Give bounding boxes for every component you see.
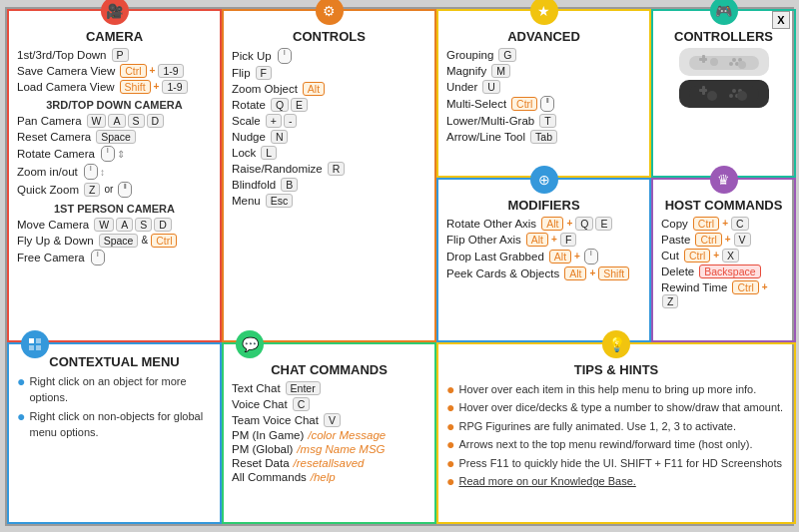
advanced-arrow: Arrow/Line Tool Tab (446, 130, 641, 144)
controls-pickup: Pick Up (232, 48, 426, 64)
camera-item-load: Load Camera View Shift+1-9 (17, 80, 212, 94)
chat-panel: 💬 CHAT COMMANDS Text Chat Enter Voice Ch… (222, 342, 436, 524)
controls-title: CONTROLS (232, 29, 426, 44)
advanced-panel: ★ ADVANCED Grouping G Magnify M Under U … (436, 9, 651, 178)
scroll-arrows-icon: ⇕ (117, 148, 129, 160)
chat-voice: Voice Chat C (232, 397, 426, 411)
camera-item-reset: Reset Camera Space (17, 130, 212, 144)
chat-pm-global: PM (Global) /msg Name MSG (232, 443, 426, 455)
svg-point-14 (732, 89, 736, 93)
svg-rect-2 (689, 56, 759, 70)
host-copy: Copy Ctrl+C (661, 217, 786, 231)
contextual-title: CONTEXTUAL MENU (17, 354, 212, 369)
modifiers-panel: ⊕ MODIFIERS Rotate Other Axis Alt+QE Fli… (436, 178, 651, 342)
tips-item-2: ● Hover over dice/decks & type a number … (446, 399, 786, 416)
controls-rotate: Rotate QE (232, 98, 426, 112)
drop-mouse-icon (584, 249, 598, 265)
advanced-magnify: Magnify M (446, 64, 641, 78)
close-button[interactable]: X (772, 11, 790, 29)
camera-item-zoom: Zoom in/out ↕ (17, 164, 212, 180)
camera-panel: 🎥 CAMERA 1st/3rd/Top Down P Save Camera … (7, 9, 222, 342)
camera-item-fly: Fly Up & Down Space & Ctrl (17, 234, 212, 248)
contextual-item-1: ● Right click on an object for more opti… (17, 373, 212, 406)
host-title: HOST COMMANDS (661, 198, 786, 213)
mouse-icon-3 (91, 250, 105, 266)
camera-title: CAMERA (17, 29, 212, 44)
multiselect-mouse-icon (540, 96, 554, 112)
host-rewind: Rewind Time Ctrl+Z (661, 280, 786, 308)
gamepad-dark (679, 80, 769, 108)
camera-item-rotate: Rotate Camera ⇕ (17, 146, 212, 162)
chat-pm-ingame: PM (In Game) /color Message (232, 429, 426, 441)
tips-item-4: ● Arrows next to the top menu rewind/for… (446, 436, 786, 453)
svg-point-10 (738, 61, 746, 69)
mouse-icon-2 (118, 182, 132, 198)
svg-text:↕: ↕ (100, 167, 105, 178)
controllers-icon: 🎮 (710, 0, 738, 25)
camera-item-free: Free Camera (17, 250, 212, 266)
main-container: X 🎥 CAMERA 1st/3rd/Top Down P Save Camer… (5, 7, 794, 526)
svg-point-18 (707, 91, 717, 101)
modifiers-drop-last: Drop Last Grabbed Alt+ (446, 249, 641, 265)
chat-title: CHAT COMMANDS (232, 362, 426, 377)
zoom-arrows-icon: ↕ (100, 166, 112, 178)
controls-nudge: Nudge N (232, 130, 426, 144)
tips-item-6: ● Read more on our Knowledge Base. (446, 473, 786, 490)
svg-point-9 (710, 58, 718, 66)
tips-panel: 💡 TIPS & HINTS ● Hover over each item in… (436, 342, 796, 524)
svg-rect-20 (29, 338, 34, 343)
tips-item-1: ● Hover over each item in this help menu… (446, 381, 786, 398)
advanced-lower: Lower/Multi-Grab T (446, 114, 641, 128)
controls-raise: Raise/Randomize R (232, 162, 426, 176)
camera-subtitle2: 1ST PERSON CAMERA (17, 203, 212, 215)
tips-icon: 💡 (602, 330, 630, 358)
svg-rect-13 (702, 86, 705, 95)
chat-text: Text Chat Enter (232, 381, 426, 395)
advanced-grouping: Grouping G (446, 48, 641, 62)
host-cut: Cut Ctrl+X (661, 249, 786, 263)
modifiers-flip-other: Flip Other Axis Alt+F (446, 233, 641, 247)
controllers-panel: 🎮 CONTROLLERS (651, 9, 796, 178)
controls-blindfold: Blindfold B (232, 178, 426, 192)
tips-item-3: ● RPG Figurines are fully animated. Use … (446, 418, 786, 435)
controls-scale: Scale +- (232, 114, 426, 128)
camera-item-move: Move Camera WASD (17, 218, 212, 232)
svg-rect-23 (36, 345, 41, 350)
mouse-scroll-icon (84, 164, 98, 180)
camera-subtitle1: 3RD/TOP DOWN CAMERA (17, 99, 212, 111)
knowledge-base-link[interactable]: Read more on our Knowledge Base. (458, 473, 635, 490)
svg-point-5 (732, 58, 736, 62)
contextual-panel: CONTEXTUAL MENU ● Right click on an obje… (7, 342, 222, 524)
camera-icon: 🎥 (101, 0, 129, 25)
contextual-icon (21, 330, 49, 358)
camera-item-pan: Pan Camera WASD (17, 114, 212, 128)
tips-title: TIPS & HINTS (446, 362, 786, 377)
controls-menu: Menu Esc (232, 194, 426, 208)
controls-panel: ⚙ CONTROLS Pick Up Flip F Zoom Object Al… (222, 9, 436, 342)
camera-item-1strd: 1st/3rd/Top Down P (17, 48, 212, 62)
modifiers-title: MODIFIERS (446, 198, 641, 213)
modifiers-icon: ⊕ (530, 166, 558, 194)
svg-point-19 (737, 91, 747, 101)
camera-item-save: Save Camera View Ctrl+1-9 (17, 64, 212, 78)
advanced-title: ADVANCED (446, 29, 641, 44)
advanced-under: Under U (446, 80, 641, 94)
host-commands-panel: ♛ HOST COMMANDS Copy Ctrl+C Paste Ctrl+V… (651, 178, 796, 342)
advanced-multiselect: Multi-Select Ctrl (446, 96, 641, 112)
host-paste: Paste Ctrl+V (661, 233, 786, 247)
svg-text:⇕: ⇕ (117, 149, 125, 160)
controls-lock: Lock L (232, 146, 426, 160)
modifiers-peek: Peek Cards & Objects Alt+Shift (446, 266, 641, 280)
advanced-icon: ★ (530, 0, 558, 25)
svg-point-17 (729, 94, 733, 98)
chat-team-voice: Team Voice Chat V (232, 413, 426, 427)
svg-rect-11 (689, 86, 759, 102)
chat-all-commands: All Commands /help (232, 471, 426, 483)
svg-rect-21 (36, 338, 41, 343)
controls-icon: ⚙ (316, 0, 344, 25)
chat-reset-data: Reset Data /resetallsaved (232, 457, 426, 469)
camera-item-quickzoom: Quick Zoom Z or (17, 182, 212, 198)
svg-point-8 (729, 62, 733, 66)
tips-item-5: ● Press F11 to quickly hide the UI. SHIF… (446, 455, 786, 472)
controls-flip: Flip F (232, 66, 426, 80)
